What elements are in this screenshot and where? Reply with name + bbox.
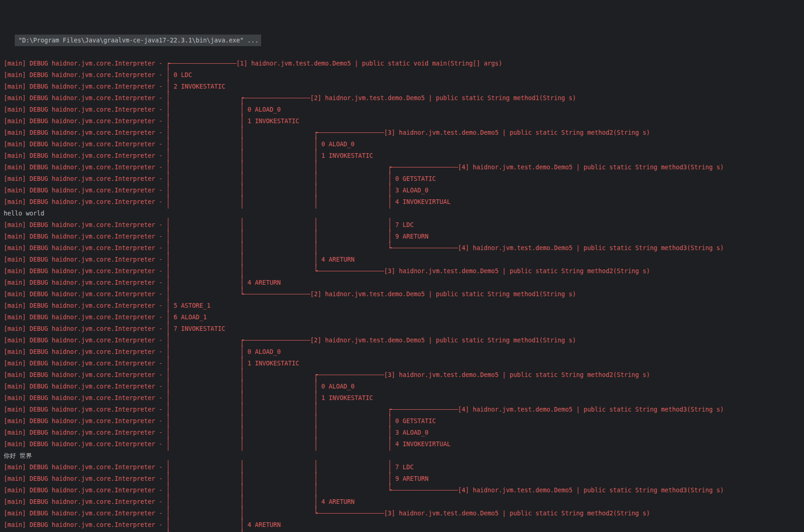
tree-connector: └ [314,502,318,525]
log-line: [main] DEBUG haidnor.jvm.core.Interprete… [4,185,804,196]
log-prefix: [main] DEBUG haidnor.jvm.core.Interprete… [4,279,166,286]
tree-connector: │ [240,191,244,213]
call-tree-text: │ │ 1 INVOKESTATIC [166,118,299,125]
log-prefix: [main] DEBUG haidnor.jvm.core.Interprete… [4,198,166,205]
call-tree-text: │ │ │ │ 0 GETSTATIC [166,175,435,182]
call-tree-text: │ │ │ 4 ARETURN [166,498,354,505]
call-tree-text: │ └──────────────────[2] haidnor.jvm.tes… [166,291,576,298]
log-prefix: [main] DEBUG haidnor.jvm.core.Interprete… [4,152,166,159]
call-tree-text: │ 7 INVOKESTATIC [166,325,225,332]
log-line: [main] DEBUG haidnor.jvm.core.Interprete… [4,231,804,242]
log-prefix: [main] DEBUG haidnor.jvm.core.Interprete… [4,348,166,355]
log-prefix: [main] DEBUG haidnor.jvm.core.Interprete… [4,337,166,344]
log-prefix: [main] DEBUG haidnor.jvm.core.Interprete… [4,72,166,78]
log-line: [main] DEBUG haidnor.jvm.core.Interprete… [4,427,804,438]
log-line: [main] DEBUG haidnor.jvm.core.Interprete… [4,196,804,208]
stdout-text: 你好 世界 [4,452,32,459]
call-tree-text: │ │ │ 0 ALOAD_0 [166,383,354,390]
call-tree-text: │ │ │ │ 7 LDC [166,464,413,471]
log-line: [main] DEBUG haidnor.jvm.core.Interprete… [4,311,804,323]
log-line: [main] DEBUG haidnor.jvm.core.Interprete… [4,242,804,254]
tree-connector: └ [388,479,392,502]
log-line: [main] DEBUG haidnor.jvm.core.Interprete… [4,265,804,277]
call-tree-text: │ │ │ └──────────────────[4] haidnor.jvm… [166,245,724,251]
call-tree-text: │ 5 ASTORE_1 [166,302,210,309]
log-line: [main] DEBUG haidnor.jvm.core.Interprete… [4,508,804,519]
log-line: [main] DEBUG haidnor.jvm.core.Interprete… [4,461,804,473]
call-tree-text: │ │ │ 0 ALOAD_0 [166,141,354,148]
tree-connector: └ [314,260,318,282]
call-tree-text: │ │ └──────────────────[3] haidnor.jvm.t… [166,510,650,517]
stdout-line: 你好 世界 [4,450,804,461]
log-line: [main] DEBUG haidnor.jvm.core.Interprete… [4,254,804,265]
tree-connector: │ [166,191,170,213]
call-tree-text: │ │ ┌──────────────────[3] haidnor.jvm.t… [166,129,650,136]
log-prefix: [main] DEBUG haidnor.jvm.core.Interprete… [4,221,166,228]
call-tree-text: │ │ 4 ARETURN [166,521,280,528]
log-line: [main] DEBUG haidnor.jvm.core.Interprete… [4,277,804,288]
log-line: [main] DEBUG haidnor.jvm.core.Interprete… [4,104,804,115]
log-line: [main] DEBUG haidnor.jvm.core.Interprete… [4,519,804,531]
tree-connector: │ [240,433,244,455]
log-prefix: [main] DEBUG haidnor.jvm.core.Interprete… [4,268,166,275]
call-tree-text: ┌──────────────────[1] haidnor.jvm.test.… [166,60,502,67]
call-tree-text: │ 6 ALOAD_1 [166,314,207,321]
log-prefix: [main] DEBUG haidnor.jvm.core.Interprete… [4,233,166,240]
log-prefix: [main] DEBUG haidnor.jvm.core.Interprete… [4,406,166,413]
log-prefix: [main] DEBUG haidnor.jvm.core.Interprete… [4,475,166,482]
call-tree-text: │ │ │ 1 INVOKESTATIC [166,152,373,159]
call-tree-text: │ 0 LDC [166,72,192,78]
log-line: [main] DEBUG haidnor.jvm.core.Interprete… [4,138,804,150]
terminal-console: "D:\Program Files\Java\graalvm-ce-java17… [0,0,804,532]
log-line: [main] DEBUG haidnor.jvm.core.Interprete… [4,415,804,427]
call-tree-text: │ │ │ ┌──────────────────[4] haidnor.jvm… [166,164,724,171]
tree-connector: │ [166,433,170,455]
log-prefix: [main] DEBUG haidnor.jvm.core.Interprete… [4,395,166,401]
call-tree-text: │ │ │ │ 4 INVOKEVIRTUAL [166,198,450,205]
log-prefix: [main] DEBUG haidnor.jvm.core.Interprete… [4,83,166,90]
log-prefix: [main] DEBUG haidnor.jvm.core.Interprete… [4,256,166,263]
log-prefix: [main] DEBUG haidnor.jvm.core.Interprete… [4,498,166,505]
log-prefix: [main] DEBUG haidnor.jvm.core.Interprete… [4,106,166,113]
log-prefix: [main] DEBUG haidnor.jvm.core.Interprete… [4,95,166,102]
call-tree-text: │ │ │ │ 4 INVOKEVIRTUAL [166,441,450,448]
log-line: [main] DEBUG haidnor.jvm.core.Interprete… [4,346,804,358]
log-prefix: [main] DEBUG haidnor.jvm.core.Interprete… [4,441,166,448]
log-prefix: [main] DEBUG haidnor.jvm.core.Interprete… [4,510,166,517]
log-line: [main] DEBUG haidnor.jvm.core.Interprete… [4,161,804,173]
log-line: [main] DEBUG haidnor.jvm.core.Interprete… [4,300,804,311]
tree-connector: │ [388,433,392,455]
log-prefix: [main] DEBUG haidnor.jvm.core.Interprete… [4,383,166,390]
call-tree-text: │ ┌──────────────────[2] haidnor.jvm.tes… [166,337,576,344]
command-line-text[interactable]: "D:\Program Files\Java\graalvm-ce-java17… [15,35,261,46]
log-line: [main] DEBUG haidnor.jvm.core.Interprete… [4,173,804,185]
log-line: [main] DEBUG haidnor.jvm.core.Interprete… [4,381,804,392]
log-line: [main] DEBUG haidnor.jvm.core.Interprete… [4,404,804,415]
call-tree-text: │ │ ┌──────────────────[3] haidnor.jvm.t… [166,371,650,378]
log-prefix: [main] DEBUG haidnor.jvm.core.Interprete… [4,187,166,194]
log-line: [main] DEBUG haidnor.jvm.core.Interprete… [4,323,804,335]
call-tree-text: │ │ └──────────────────[3] haidnor.jvm.t… [166,268,650,275]
tree-connector: │ [314,191,318,213]
tree-connector: └ [240,526,244,532]
call-tree-text: │ │ 0 ALOAD_0 [166,348,280,355]
log-prefix: [main] DEBUG haidnor.jvm.core.Interprete… [4,291,166,298]
log-line: [main] DEBUG haidnor.jvm.core.Interprete… [4,127,804,138]
log-line: [main] DEBUG haidnor.jvm.core.Interprete… [4,369,804,381]
log-prefix: [main] DEBUG haidnor.jvm.core.Interprete… [4,175,166,182]
log-line: [main] DEBUG haidnor.jvm.core.Interprete… [4,335,804,346]
log-line: [main] DEBUG haidnor.jvm.core.Interprete… [4,150,804,161]
log-prefix: [main] DEBUG haidnor.jvm.core.Interprete… [4,429,166,436]
log-prefix: [main] DEBUG haidnor.jvm.core.Interprete… [4,314,166,321]
command-line: "D:\Program Files\Java\graalvm-ce-java17… [0,23,804,35]
log-prefix: [main] DEBUG haidnor.jvm.core.Interprete… [4,141,166,148]
call-tree-text: │ │ │ └──────────────────[4] haidnor.jvm… [166,487,724,494]
call-tree-text: │ │ │ │ 0 GETSTATIC [166,418,435,424]
log-line: [main] DEBUG haidnor.jvm.core.Interprete… [4,92,804,104]
log-line: [main] DEBUG haidnor.jvm.core.Interprete… [4,58,804,69]
log-line: [main] DEBUG haidnor.jvm.core.Interprete… [4,473,804,484]
log-line: [main] DEBUG haidnor.jvm.core.Interprete… [4,69,804,81]
call-tree-text: │ │ │ ┌──────────────────[4] haidnor.jvm… [166,406,724,413]
log-prefix: [main] DEBUG haidnor.jvm.core.Interprete… [4,245,166,251]
call-tree-text: │ │ │ 4 ARETURN [166,256,354,263]
